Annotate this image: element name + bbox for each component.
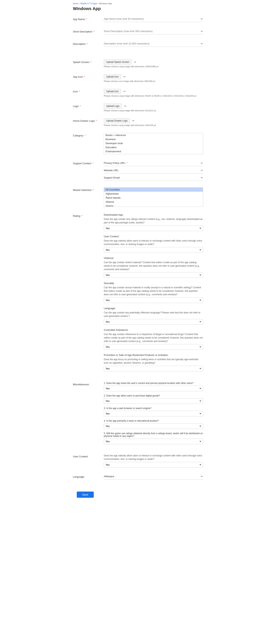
breadcrumb-home[interactable]: Home [73, 2, 79, 5]
category-control: Books + reference Business Developer too… [104, 133, 203, 154]
miscellaneous-control: 1. Does the app share the user's current… [104, 382, 203, 447]
support-email-label: Support Email: [104, 176, 135, 179]
desc-control: ✏ [104, 41, 203, 47]
app-name-input[interactable] [104, 16, 200, 21]
drawer-logo-edit-icon[interactable]: ✏ [132, 119, 135, 122]
user-content-desc: Does the app natively allow users to int… [104, 239, 203, 246]
market-option-aland[interactable]: Åland Islands [104, 196, 203, 200]
misc-item-2: 2. Does the app allow users to purchase … [104, 394, 203, 404]
user-content-2-label: User Content: [73, 454, 104, 458]
desc-row: Description: * ✏ [73, 40, 203, 49]
user-content-2-select[interactable]: Yes No [104, 462, 203, 468]
language-select[interactable]: Yes No [104, 319, 203, 324]
language-desc: Can the app contain any potentially offe… [104, 311, 203, 318]
violence-label: Violence: [104, 256, 203, 260]
misc-select-5[interactable]: Yes No [104, 438, 203, 444]
rating-user-content: User Content: Does the app natively allo… [104, 235, 203, 253]
sexuality-desc: Can the app contain sexual material or n… [104, 286, 203, 296]
website-url-input[interactable] [135, 168, 200, 172]
market-option-algeria[interactable]: Algeria [104, 204, 203, 207]
market-option-all[interactable]: All Countries [104, 188, 203, 192]
controlled-substance-desc: Can the app contain references to or dep… [104, 332, 203, 343]
misc-item-1: 1. Does the app share the user's current… [104, 382, 203, 391]
language-edit-icon[interactable]: ✏ [201, 475, 203, 478]
short-desc-input[interactable] [104, 29, 200, 34]
short-desc-label: Short Description: * [73, 29, 104, 33]
market-selection-control: All Countries Afghanistan Åland Islands … [104, 188, 203, 207]
short-desc-row: Short Description: * ✏ [73, 28, 203, 36]
breadcrumb-section[interactable]: Mobile & TV Apps [80, 2, 97, 5]
upload-drawer-logo-button[interactable]: Upload Drawer Logo [104, 118, 130, 123]
misc-select-1[interactable]: Yes No [104, 386, 203, 391]
app-icon-edit-icon[interactable]: ✏ [124, 75, 126, 78]
category-option-books[interactable]: Books + reference [104, 133, 203, 137]
controlled-substance-select[interactable]: Yes No [104, 344, 203, 350]
app-name-label: App Name: * [73, 16, 104, 21]
support-email-edit-icon[interactable]: ✏ [201, 176, 203, 179]
support-email-input[interactable] [135, 176, 200, 180]
short-desc-edit-icon[interactable]: ✏ [201, 30, 203, 33]
save-button[interactable]: Save [77, 492, 94, 498]
desc-input[interactable] [104, 41, 200, 46]
promotion-desc: Does the app focus on promoting or selli… [104, 358, 203, 364]
downloaded-app-label: Downloaded App: [104, 213, 203, 216]
app-icon-label: App Icon: * [73, 74, 104, 78]
app-name-edit-icon[interactable]: ✏ [201, 18, 203, 20]
category-option-developer[interactable]: Developer tools [104, 141, 203, 145]
misc-q-4: 4. Is the app primarily a news or educat… [104, 420, 203, 422]
sexuality-select[interactable]: Yes No [104, 297, 203, 303]
app-icon-hint: Please choose a ico image with dimension… [104, 80, 203, 82]
splash-edit-icon[interactable]: ✏ [134, 60, 136, 64]
language-field-label: Language: [73, 474, 104, 478]
rating-sexuality: Sexuality: Can the app contain sexual ma… [104, 282, 203, 303]
rating-downloaded-app: Downloaded App: Does the app contain any… [104, 213, 203, 231]
upload-app-icon-button[interactable]: Upload Icon [104, 74, 121, 79]
logo-edit-icon[interactable]: ✏ [124, 104, 127, 108]
home-drawer-logo-control: Upload Drawer Logo ✏ Please choose a png… [104, 118, 203, 126]
sexuality-label: Sexuality: [104, 282, 203, 284]
user-content-select[interactable]: Yes No [104, 247, 203, 253]
market-option-afghanistan[interactable]: Afghanistan [104, 192, 203, 196]
upload-splash-button[interactable]: Upload Splash Screen [104, 60, 132, 64]
category-option-entertainment[interactable]: Entertainment [104, 149, 203, 154]
market-listbox[interactable]: All Countries Afghanistan Åland Islands … [104, 188, 203, 207]
misc-q-1: 1. Does the app share the user's current… [104, 382, 203, 384]
drawer-logo-hint: Please choose a png image with dimension… [104, 124, 203, 126]
upload-logo-button[interactable]: Upload Logo [104, 104, 122, 108]
category-listbox[interactable]: Books + reference Business Developer too… [104, 133, 203, 154]
category-option-business[interactable]: Business [104, 137, 203, 141]
privacy-policy-label: Privacy Policy URL: * [104, 162, 135, 164]
website-url-edit-icon[interactable]: ✏ [201, 169, 203, 172]
logo-hint: Please choose a png image with dimension… [104, 109, 203, 112]
desc-edit-icon[interactable]: ✏ [201, 42, 203, 45]
category-option-food[interactable]: Food + dining [104, 154, 203, 154]
controlled-substance-label: Controlled Substance: [104, 328, 203, 331]
misc-q-2: 2. Does the app allow users to purchase … [104, 394, 203, 397]
misc-q-3: 3. Is the app a web browser or search en… [104, 407, 203, 410]
miscellaneous-row: Miscellaneous: 1. Does the app share the… [73, 380, 203, 449]
splash-hint: Please choose a png image with dimension… [104, 65, 203, 68]
app-icon-row: App Icon: * Upload Icon ✏ Please choose … [73, 73, 203, 84]
misc-select-2[interactable]: Yes No [104, 398, 203, 404]
support-contact-label: Support Contact: * [73, 161, 104, 165]
language-input[interactable] [104, 474, 200, 478]
misc-select-4[interactable]: Yes No [104, 423, 203, 429]
privacy-policy-input[interactable] [135, 161, 200, 165]
misc-q-5: 5. Will this game use ratings obtained d… [104, 432, 203, 438]
language-rating-label: Language: [104, 307, 203, 310]
privacy-policy-edit-icon[interactable]: ✏ [201, 162, 203, 164]
violence-select[interactable]: Yes No [104, 272, 203, 278]
market-selection-label: Market Selection: * [73, 188, 104, 192]
app-name-control: ✏ [104, 16, 203, 22]
market-selection-row: Market Selection: * All Countries Afghan… [73, 186, 203, 208]
icon-label: Icon: * [73, 89, 104, 93]
misc-select-3[interactable]: Yes No [104, 411, 203, 416]
upload-icon-button[interactable]: Upload Icon [104, 89, 121, 94]
rating-label: Rating: * [73, 213, 104, 217]
icon-edit-icon[interactable]: ✏ [124, 90, 126, 93]
language-field-row: Language: ✏ [73, 472, 203, 481]
category-option-education[interactable]: Education [104, 145, 203, 149]
market-option-albania[interactable]: Albania [104, 200, 203, 204]
downloaded-app-select[interactable]: Yes No [104, 226, 203, 231]
promotion-select[interactable]: Yes No [104, 366, 203, 371]
